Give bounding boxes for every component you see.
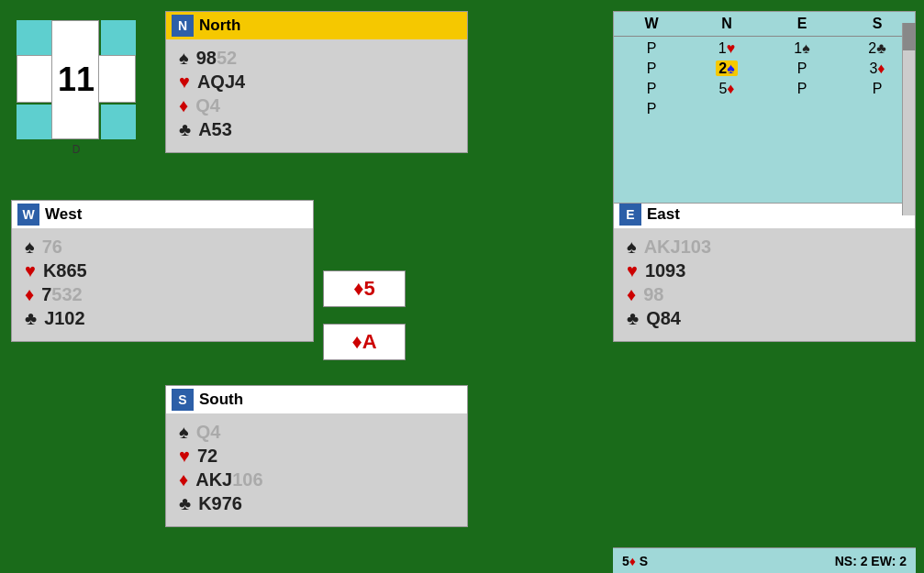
east-clubs-row: ♣ Q84 — [627, 308, 902, 329]
deal-number: 11 — [58, 61, 95, 99]
west-diamonds-row: ♦ 7532 — [25, 284, 300, 305]
south-clubs-val: K976 — [198, 493, 242, 514]
bid-r1-n: 1♥ — [689, 39, 764, 59]
status-contract: 5♦ S — [622, 554, 648, 568]
bidding-header: W N E S — [614, 12, 915, 37]
east-clubs-val: Q84 — [646, 308, 681, 329]
south-diamonds-gray: 106 — [232, 469, 262, 490]
west-diamonds-gray: 532 — [51, 284, 82, 305]
bid-r3-w: P — [614, 79, 689, 99]
south-diamonds-val: AKJ — [195, 469, 232, 490]
north-hearts-row: ♥ AQJ4 — [179, 72, 454, 93]
deal-quad-topleft — [17, 20, 51, 55]
deal-quad-bottomright — [101, 105, 136, 139]
bid-header-n: N — [689, 16, 764, 32]
west-spades-gray: 76 — [42, 237, 62, 258]
east-diamond-symbol: ♦ — [627, 284, 636, 305]
bid-r2-n: 2♠ — [689, 59, 764, 79]
bidding-row-2: P 2♠ P 3♦ — [614, 59, 915, 79]
west-hand: ♠ 76 ♥ K865 ♦ 7532 ♣ J102 — [12, 228, 313, 341]
south-header: S South — [166, 386, 467, 413]
south-panel: S South ♠ Q4 ♥ 72 ♦ AKJ106 ♣ K976 — [165, 385, 468, 527]
north-header: N North — [166, 12, 467, 39]
east-spades-gray: AKJ103 — [644, 237, 711, 258]
bidding-row-3: P 5♦ P P — [614, 79, 915, 99]
bid-r3-n: 5♦ — [689, 79, 764, 99]
north-spades-val: 98 — [196, 48, 217, 69]
bid-header-e: E — [764, 16, 840, 32]
west-badge: W — [17, 204, 39, 226]
east-spade-symbol: ♠ — [627, 237, 637, 258]
bid-r4-w: P — [614, 99, 689, 119]
east-heart-symbol: ♥ — [627, 260, 638, 281]
north-badge: N — [172, 15, 194, 37]
west-spades-row: ♠ 76 — [25, 237, 300, 258]
north-spade-symbol: ♠ — [179, 48, 189, 69]
north-title: North — [199, 17, 240, 35]
west-heart-symbol: ♥ — [25, 260, 36, 281]
deal-box: 11 D — [17, 17, 136, 159]
west-clubs-val: J102 — [44, 308, 85, 329]
east-spades-row: ♠ AKJ103 — [627, 237, 902, 258]
bid-r1-e: 1♠ — [764, 39, 840, 59]
west-diamond-symbol: ♦ — [25, 284, 34, 305]
north-hearts-val: AQJ4 — [197, 72, 245, 93]
south-spade-symbol: ♠ — [179, 422, 189, 443]
west-club-symbol: ♣ — [25, 308, 37, 329]
south-clubs-row: ♣ K976 — [179, 493, 454, 514]
west-hearts-row: ♥ K865 — [25, 260, 300, 281]
south-title: South — [199, 391, 243, 409]
bid-r4-e — [764, 99, 840, 119]
deal-cross: 11 — [17, 20, 136, 139]
south-hearts-row: ♥ 72 — [179, 446, 454, 467]
east-badge: E — [619, 204, 641, 226]
bidding-body: P 1♥ 1♠ 2♣ P 2♠ P 3♦ P 5♦ P P P — [614, 37, 915, 121]
south-club-symbol: ♣ — [179, 493, 191, 514]
scrollbar[interactable] — [902, 23, 915, 215]
bid-highlight: 2♠ — [716, 61, 737, 76]
dealer-label: D — [72, 143, 81, 156]
deal-quad-topright — [101, 20, 136, 55]
south-hand: ♠ Q4 ♥ 72 ♦ AKJ106 ♣ K976 — [166, 413, 467, 526]
east-title: East — [647, 205, 680, 224]
north-diamond-symbol: ♦ — [179, 95, 188, 116]
north-clubs-row: ♣ A53 — [179, 119, 454, 140]
north-spades-gray: 52 — [217, 48, 237, 69]
bid-r3-e: P — [764, 79, 840, 99]
bidding-row-1: P 1♥ 1♠ 2♣ — [614, 39, 915, 59]
east-hand: ♠ AKJ103 ♥ 1093 ♦ 98 ♣ Q84 — [614, 228, 915, 341]
west-title: West — [45, 205, 82, 224]
south-spades-gray: Q4 — [196, 422, 221, 443]
west-panel: W West ♠ 76 ♥ K865 ♦ 7532 ♣ J102 — [11, 200, 314, 342]
north-heart-symbol: ♥ — [179, 72, 190, 93]
bid-r2-e: P — [764, 59, 840, 79]
east-diamonds-gray: 98 — [643, 284, 663, 305]
south-spades-row: ♠ Q4 — [179, 422, 454, 443]
bid-header-w: W — [614, 16, 689, 32]
south-diamonds-row: ♦ AKJ106 — [179, 469, 454, 490]
west-spade-symbol: ♠ — [25, 237, 35, 258]
south-badge: S — [172, 389, 194, 411]
east-panel: E East ♠ AKJ103 ♥ 1093 ♦ 98 ♣ Q84 — [613, 200, 916, 342]
west-header: W West — [12, 201, 313, 228]
east-hearts-row: ♥ 1093 — [627, 260, 902, 281]
status-bar: 5♦ S NS: 2 EW: 2 — [613, 547, 916, 573]
play-card-bottom: ♦A — [323, 324, 406, 360]
north-hand: ♠ 9852 ♥ AQJ4 ♦ Q4 ♣ A53 — [166, 39, 467, 152]
deal-quad-bottomleft — [17, 105, 51, 139]
south-heart-symbol: ♥ — [179, 446, 190, 467]
play-card-top: ♦5 — [323, 270, 406, 307]
bid-r4-n — [689, 99, 764, 119]
bid-r1-w: P — [614, 39, 689, 59]
east-club-symbol: ♣ — [627, 308, 639, 329]
status-score: NS: 2 EW: 2 — [835, 554, 907, 568]
east-hearts-val: 1093 — [645, 260, 686, 281]
west-diamonds-val: 7 — [41, 284, 51, 305]
bidding-panel: W N E S P 1♥ 1♠ 2♣ P 2♠ P 3♦ P 5♦ P P P — [613, 11, 916, 204]
north-clubs-val: A53 — [198, 119, 232, 140]
east-header: E East — [614, 201, 915, 228]
north-diamonds-gray: Q4 — [195, 95, 220, 116]
scroll-thumb[interactable] — [903, 23, 916, 50]
play-card-top-value: ♦5 — [353, 277, 374, 300]
bid-r2-w: P — [614, 59, 689, 79]
